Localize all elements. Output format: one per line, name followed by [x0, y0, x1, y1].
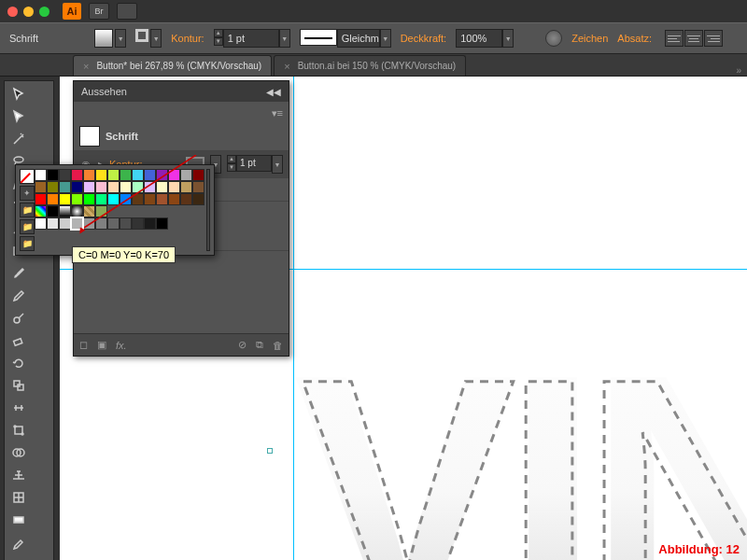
bridge-button[interactable]: Br: [89, 3, 109, 20]
paragraph-panel-link[interactable]: Absatz:: [617, 33, 652, 44]
swatch-cell[interactable]: [132, 181, 144, 193]
swatch-cell[interactable]: [71, 181, 83, 193]
swatch-cell[interactable]: [47, 205, 59, 217]
swatch-cell[interactable]: [192, 169, 204, 181]
add-effect-button[interactable]: fx.: [116, 340, 127, 351]
swatch-cell[interactable]: [120, 217, 132, 230]
selection-handle[interactable]: [267, 448, 273, 454]
swatch-cell[interactable]: [180, 181, 192, 193]
stroke-control[interactable]: ▼: [135, 29, 162, 48]
swatch-cell[interactable]: [144, 193, 156, 205]
new-fill-icon[interactable]: ◻: [79, 339, 88, 351]
swatch-cell[interactable]: [156, 217, 168, 230]
duplicate-item-icon[interactable]: ⧉: [256, 339, 263, 351]
character-panel-link[interactable]: Zeichen: [571, 33, 608, 44]
swatch-cell[interactable]: [120, 193, 132, 205]
close-tab-icon[interactable]: ×: [284, 61, 289, 72]
swatch-cell[interactable]: [156, 193, 168, 205]
panel-collapse-icon[interactable]: ◀◀: [266, 87, 281, 97]
gradient-tool[interactable]: [7, 509, 30, 531]
blend-tool[interactable]: [7, 553, 30, 560]
swatch-cell[interactable]: [144, 217, 156, 230]
swatch-cell[interactable]: [132, 217, 144, 230]
swatch-cell[interactable]: [83, 169, 95, 181]
scale-tool[interactable]: [7, 374, 30, 397]
document-tab-active[interactable]: ×Button* bei 267,89 % (CMYK/Vorschau): [73, 55, 272, 76]
swatch-none-icon[interactable]: [20, 169, 35, 184]
swatch-cell[interactable]: [192, 193, 204, 205]
opacity-field[interactable]: 100%▼: [456, 29, 514, 48]
magic-wand-tool[interactable]: [7, 128, 30, 150]
swatch-cell[interactable]: [120, 169, 132, 181]
swatch-cell[interactable]: [47, 169, 59, 181]
swatch-cell[interactable]: [132, 169, 144, 181]
blob-brush-tool[interactable]: [7, 307, 30, 329]
clear-appearance-icon[interactable]: ⊘: [238, 339, 247, 351]
panel-header[interactable]: Aussehen ◀◀: [74, 81, 289, 102]
swatch-cell[interactable]: [95, 169, 107, 181]
swatch-registration-icon[interactable]: ✦: [20, 186, 35, 201]
swatch-cell[interactable]: [95, 181, 107, 193]
swatch-cell[interactable]: [35, 169, 47, 181]
swatch-cell[interactable]: [47, 181, 59, 193]
swatch-cell[interactable]: [156, 181, 168, 193]
align-center-button[interactable]: [684, 30, 703, 47]
swatch-cell[interactable]: [107, 181, 120, 193]
delete-item-icon[interactable]: 🗑: [273, 340, 283, 351]
swatch-cell[interactable]: [59, 217, 71, 230]
stroke-weight-stepper-panel[interactable]: ▲▼ 1 pt▼: [227, 155, 283, 174]
swatch-cell[interactable]: [71, 205, 83, 217]
swatch-cell[interactable]: [132, 193, 144, 205]
zoom-window[interactable]: [39, 7, 49, 17]
document-tab[interactable]: ×Button.ai bei 150 % (CMYK/Vorschau): [274, 55, 466, 76]
swatch-cell[interactable]: [95, 193, 107, 205]
swatch-cell[interactable]: [144, 181, 156, 193]
swatch-cell[interactable]: [168, 181, 180, 193]
swatch-cell[interactable]: [95, 205, 107, 217]
swatch-cell[interactable]: [47, 193, 59, 205]
close-tab-icon[interactable]: ×: [83, 61, 89, 72]
swatch-scrollbar[interactable]: [206, 169, 210, 251]
eyedropper-tool[interactable]: [7, 531, 30, 553]
panel-menu-icon[interactable]: ▾≡: [272, 107, 283, 119]
swatch-cell[interactable]: [168, 169, 180, 181]
swatch-cell[interactable]: [192, 181, 204, 193]
appearance-target-row[interactable]: Schrift: [74, 122, 289, 151]
swatch-cell[interactable]: [71, 169, 83, 181]
stroke-label[interactable]: Kontur:: [171, 33, 204, 44]
artwork-text[interactable]: VIN VIN: [293, 301, 747, 560]
swatch-cell[interactable]: [144, 169, 156, 181]
swatch-folder-icon[interactable]: 📁: [20, 203, 35, 217]
width-tool[interactable]: [7, 397, 30, 419]
paintbrush-tool[interactable]: [7, 262, 30, 285]
swatch-cell[interactable]: [168, 193, 180, 205]
align-right-button[interactable]: [704, 30, 723, 47]
swatch-cell[interactable]: [59, 181, 71, 193]
swatch-cell[interactable]: [107, 217, 120, 230]
free-transform-tool[interactable]: [7, 419, 30, 441]
swatch-cell[interactable]: [59, 193, 71, 205]
swatch-cell[interactable]: [71, 193, 83, 205]
swatch-cell[interactable]: [59, 169, 71, 181]
swatch-cell[interactable]: [59, 205, 71, 217]
arrange-documents-button[interactable]: [117, 3, 137, 20]
swatch-cell[interactable]: [35, 181, 47, 193]
stroke-profile[interactable]: Gleichm.▼: [300, 29, 391, 48]
new-stroke-icon[interactable]: ▣: [97, 339, 106, 351]
tabs-overflow-icon[interactable]: »: [736, 65, 747, 76]
swatch-cell[interactable]: [35, 217, 47, 230]
stroke-weight-stepper[interactable]: ▲▼ 1 pt▼: [214, 29, 290, 48]
swatch-cell[interactable]: [95, 217, 107, 230]
swatch-cell[interactable]: [120, 181, 132, 193]
swatch-cell[interactable]: [180, 193, 192, 205]
swatch-cell[interactable]: [156, 169, 168, 181]
swatch-cell[interactable]: [107, 169, 120, 181]
swatch-folder-icon[interactable]: 📁: [20, 236, 35, 251]
recolor-icon[interactable]: [545, 30, 562, 47]
pencil-tool[interactable]: [7, 285, 30, 307]
swatch-cell[interactable]: [107, 193, 120, 205]
perspective-grid-tool[interactable]: [7, 464, 30, 486]
swatch-cell[interactable]: [47, 217, 59, 230]
minimize-window[interactable]: [23, 7, 34, 17]
fill-control[interactable]: ▼: [94, 29, 126, 48]
